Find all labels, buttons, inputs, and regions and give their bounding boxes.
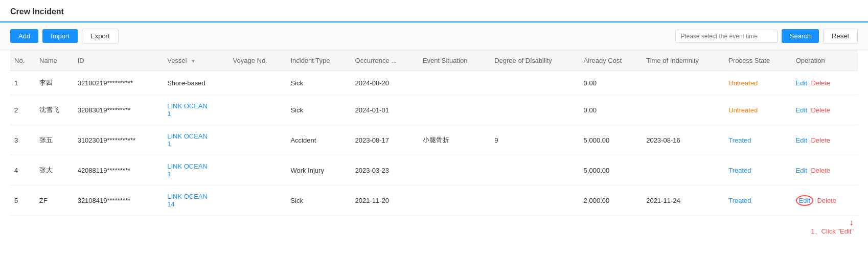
page-title: Crew Incident	[10, 7, 64, 16]
cell-time-of-indemnity	[642, 95, 724, 125]
edit-button[interactable]: Edit	[796, 167, 807, 174]
cell-incident-type: Sick	[286, 71, 351, 95]
process-state-badge: Untreated	[728, 106, 758, 114]
cell-no: 2	[10, 95, 35, 125]
cell-incident-type: Sick	[286, 95, 351, 125]
cell-already-cost: 5,000.00	[580, 125, 643, 155]
cell-occurrence: 2023-08-17	[351, 125, 419, 155]
vessel-link[interactable]: LINK OCEAN1	[167, 132, 208, 148]
annotation-text: 1、Click "Edit"	[811, 227, 854, 236]
cell-already-cost: 5,000.00	[580, 155, 643, 185]
export-button[interactable]: Export	[82, 29, 119, 43]
table-container: No. Name ID Vessel ▼ Voyage No. Incident…	[0, 50, 868, 243]
process-state-badge: Treated	[728, 136, 751, 144]
event-time-input[interactable]	[675, 30, 778, 43]
process-state-badge: Treated	[728, 167, 751, 174]
delete-button[interactable]: Delete	[817, 197, 836, 204]
reset-button[interactable]: Reset	[823, 29, 858, 43]
cell-id: 31023019***********	[74, 125, 164, 155]
edit-button[interactable]: Edit	[796, 136, 807, 144]
cell-operation: Edit|Delete	[792, 125, 858, 155]
delete-button[interactable]: Delete	[811, 79, 830, 87]
cell-name: 张五	[35, 125, 74, 155]
cell-operation: Edit|Delete	[792, 71, 858, 95]
cell-degree	[490, 185, 579, 216]
cell-event-situation	[419, 95, 490, 125]
vessel-link[interactable]: LINK OCEAN1	[167, 162, 208, 178]
col-occurrence: Occurrence ...	[351, 51, 419, 71]
cell-vessel[interactable]: LINK OCEAN1	[163, 95, 229, 125]
cell-degree: 9	[490, 125, 579, 155]
delete-button[interactable]: Delete	[811, 167, 830, 174]
cell-voyage-no	[229, 155, 287, 185]
delete-button[interactable]: Delete	[811, 106, 830, 114]
op-separator: |	[808, 167, 810, 174]
cell-operation: Edit|Delete	[792, 185, 858, 216]
col-event-situation: Event Situation	[419, 51, 490, 71]
table-row: 5ZF32108419*********LINK OCEAN14Sick2021…	[10, 185, 858, 216]
cell-incident-type: Work Injury	[286, 155, 351, 185]
edit-button-circled[interactable]: Edit	[796, 195, 813, 206]
cell-incident-type: Accident	[286, 125, 351, 155]
col-already-cost: Already Cost	[580, 51, 643, 71]
cell-occurrence: 2024-01-01	[351, 95, 419, 125]
cell-event-situation: 小腿骨折	[419, 125, 490, 155]
cell-event-situation	[419, 185, 490, 216]
table-header-row: No. Name ID Vessel ▼ Voyage No. Incident…	[10, 51, 858, 71]
vessel-link[interactable]: LINK OCEAN14	[167, 193, 208, 208]
cell-id: 42088119*********	[74, 155, 164, 185]
op-separator: |	[808, 79, 810, 87]
cell-name: 沈雪飞	[35, 95, 74, 125]
add-button[interactable]: Add	[10, 29, 38, 43]
annotation-row: ↓1、Click "Edit"	[10, 216, 858, 244]
cell-already-cost: 2,000.00	[580, 185, 643, 216]
cell-degree	[490, 71, 579, 95]
cell-voyage-no	[229, 71, 287, 95]
cell-time-of-indemnity: 2021-11-24	[642, 185, 724, 216]
cell-voyage-no	[229, 125, 287, 155]
cell-already-cost: 0.00	[580, 95, 643, 125]
cell-process-state: Treated	[724, 155, 791, 185]
cell-time-of-indemnity	[642, 155, 724, 185]
cell-process-state: Treated	[724, 125, 791, 155]
col-vessel[interactable]: Vessel ▼	[163, 51, 229, 71]
col-no: No.	[10, 51, 35, 71]
cell-name: ZF	[35, 185, 74, 216]
cell-name: 李四	[35, 71, 74, 95]
cell-already-cost: 0.00	[580, 71, 643, 95]
search-button[interactable]: Search	[782, 29, 819, 43]
edit-button[interactable]: Edit	[796, 106, 807, 114]
vessel-link[interactable]: LINK OCEAN1	[167, 102, 208, 118]
cell-no: 5	[10, 185, 35, 216]
col-id: ID	[74, 51, 164, 71]
col-degree: Degree of Disability	[490, 51, 579, 71]
table-row: 3张五31023019***********LINK OCEAN1Acciden…	[10, 125, 858, 155]
delete-button[interactable]: Delete	[811, 136, 830, 144]
cell-voyage-no	[229, 185, 287, 216]
edit-button[interactable]: Edit	[796, 79, 807, 87]
import-button[interactable]: Import	[42, 29, 78, 43]
cell-event-situation	[419, 71, 490, 95]
cell-vessel[interactable]: LINK OCEAN14	[163, 185, 229, 216]
cell-vessel[interactable]: LINK OCEAN1	[163, 125, 229, 155]
process-state-badge: Untreated	[728, 79, 758, 87]
cell-time-of-indemnity: 2023-08-16	[642, 125, 724, 155]
annotation-container: ↓1、Click "Edit"	[14, 218, 854, 236]
crew-incident-table: No. Name ID Vessel ▼ Voyage No. Incident…	[10, 50, 858, 243]
col-time-of-indemnity: Time of Indemnity	[642, 51, 724, 71]
table-row: 2沈雪飞32083019*********LINK OCEAN1Sick2024…	[10, 95, 858, 125]
toolbar: Add Import Export Search Reset	[0, 22, 868, 50]
page-header: Crew Incident	[0, 0, 868, 22]
col-process-state: Process State	[724, 51, 791, 71]
cell-process-state: Treated	[724, 185, 791, 216]
cell-event-situation	[419, 155, 490, 185]
annotation-cell: ↓1、Click "Edit"	[10, 216, 858, 244]
vessel-sort-icon: ▼	[191, 58, 196, 64]
cell-voyage-no	[229, 95, 287, 125]
cell-degree	[490, 155, 579, 185]
cell-occurrence: 2023-03-23	[351, 155, 419, 185]
cell-id: 32100219**********	[74, 71, 164, 95]
cell-id: 32083019*********	[74, 95, 164, 125]
cell-process-state: Untreated	[724, 95, 791, 125]
cell-vessel[interactable]: LINK OCEAN1	[163, 155, 229, 185]
